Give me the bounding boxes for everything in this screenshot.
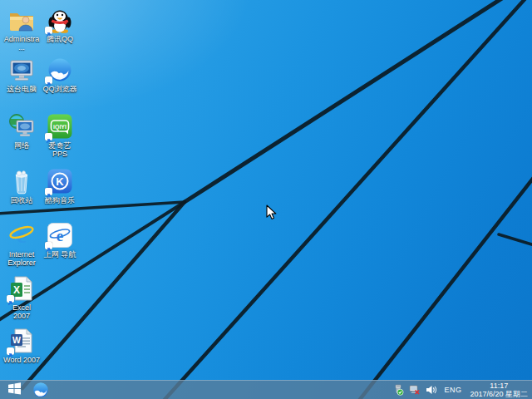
qq-browser-icon: [47, 57, 73, 83]
windows-logo-icon: [7, 382, 22, 399]
word-icon: W: [8, 328, 35, 354]
desktop-icon-word[interactable]: W Word 2007: [3, 328, 40, 364]
shortcut-arrow-icon: [7, 295, 14, 303]
desktop-icon-excel[interactable]: X Excel 2007: [3, 275, 40, 320]
mouse-cursor: [266, 204, 277, 224]
wallpaper-beams: [0, 0, 532, 399]
start-button[interactable]: [0, 381, 28, 399]
desktop-icon-label: Administra...: [3, 35, 40, 52]
administrator-folder-icon: [8, 7, 35, 33]
qq-penguin-icon: [47, 7, 73, 33]
desktop-icon-label: 这台电脑: [3, 85, 40, 93]
shortcut-arrow-icon: [45, 133, 52, 140]
svg-text:W: W: [12, 335, 21, 345]
tray-clock[interactable]: 11:17 2017/6/20 星期二: [468, 382, 528, 398]
computer-icon: [8, 57, 35, 83]
network-disconnected-icon[interactable]: [409, 384, 421, 396]
internet-explorer-icon: e: [8, 222, 35, 249]
shortcut-arrow-icon: [45, 76, 52, 84]
desktop-icon-label: Internet Explorer: [3, 250, 40, 267]
volume-icon[interactable]: [426, 384, 437, 396]
desktop-icon-kugou[interactable]: K 酷狗音乐: [42, 168, 78, 204]
svg-text:iQIYI: iQIYI: [53, 124, 66, 131]
desktop-icon-network[interactable]: 网络: [3, 113, 40, 150]
taskbar: ENG 11:17 2017/6/20 星期二: [0, 380, 532, 399]
desktop-icon-recycle-bin[interactable]: 回收站: [3, 168, 40, 204]
kugou-music-icon: K: [47, 168, 73, 195]
web-navigation-icon: e: [47, 222, 73, 249]
network-globe-icon: [8, 113, 35, 140]
desktop-icon-internet-explorer[interactable]: e Internet Explorer: [3, 222, 40, 267]
svg-text:X: X: [13, 284, 20, 296]
svg-text:K: K: [56, 175, 64, 188]
desktop-icon-administrator[interactable]: Administra...: [3, 7, 40, 52]
desktop-icon-qq-browser[interactable]: QQ浏览器: [42, 57, 78, 93]
desktop-icon-iqiyi[interactable]: iQIYI 爱奇艺PPS: [42, 113, 78, 158]
tray-date: 2017/6/20 星期二: [470, 390, 528, 398]
iqiyi-icon: iQIYI: [47, 113, 73, 140]
desktop-icon-label: 网络: [3, 141, 40, 150]
desktop-icon-web-navigation[interactable]: e 上网 导航: [42, 222, 78, 259]
recycle-bin-icon: [8, 168, 35, 195]
desktop-icon-qq[interactable]: 腾讯QQ: [42, 7, 78, 43]
desktop[interactable]: Administra... 腾讯QQ: [0, 0, 532, 399]
usb-safely-remove-icon[interactable]: [392, 384, 404, 396]
taskbar-qq-browser-button[interactable]: [28, 381, 53, 399]
shortcut-arrow-icon: [7, 347, 14, 355]
shortcut-arrow-icon: [45, 188, 52, 195]
shortcut-arrow-icon: [45, 27, 52, 34]
desktop-icon-label: 回收站: [3, 196, 40, 204]
excel-icon: X: [8, 275, 35, 302]
language-indicator[interactable]: ENG: [442, 386, 463, 394]
tray-time: 11:17: [470, 382, 528, 390]
shortcut-arrow-icon: [45, 242, 52, 249]
desktop-icon-this-pc[interactable]: 这台电脑: [3, 57, 40, 93]
system-tray: ENG 11:17 2017/6/20 星期二: [392, 381, 532, 399]
